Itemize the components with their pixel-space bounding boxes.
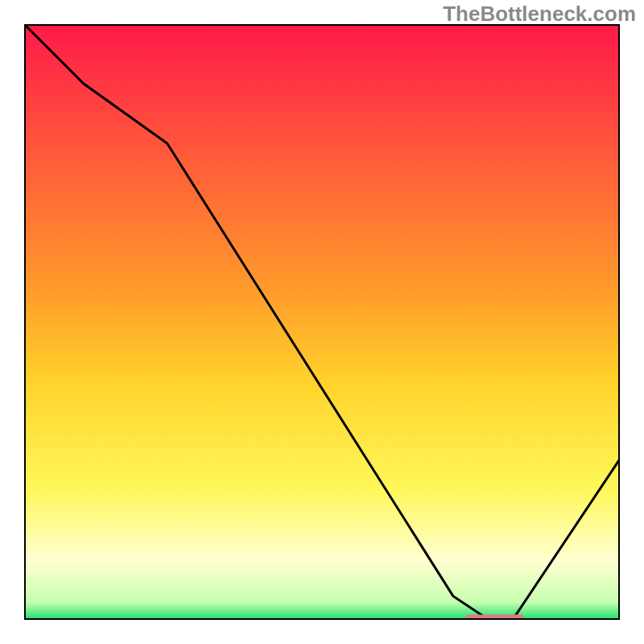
watermark-text: TheBottleneck.com: [443, 2, 636, 27]
gradient-background: [24, 24, 620, 620]
chart-container: TheBottleneck.com: [0, 0, 644, 644]
plot-frame: [24, 24, 620, 620]
chart-svg: [24, 24, 620, 620]
